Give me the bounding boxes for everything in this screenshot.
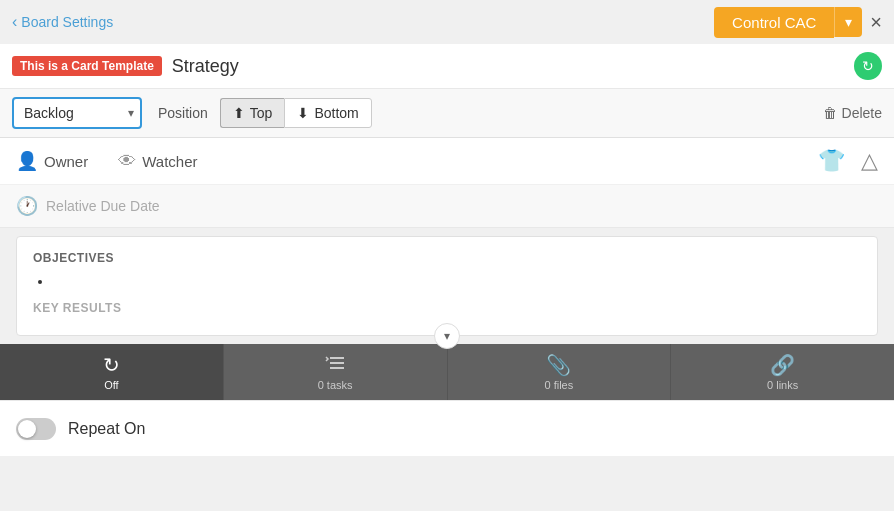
owner-icon: 👤 (16, 150, 38, 172)
bottom-icon: ⬇ (297, 105, 309, 121)
bottom-position-button[interactable]: ⬇ Bottom (284, 98, 371, 128)
repeat-bar: Repeat On (0, 400, 894, 456)
tab-recurrence[interactable]: ↻ Off (0, 344, 224, 400)
tasks-icon (324, 354, 346, 377)
status-bar: Backlog ▾ Position ⬆ Top ⬇ Bottom 🗑 Dele… (0, 89, 894, 138)
bottom-tabs: ↻ Off 0 tasks 📎 0 files 🔗 0 links (0, 344, 894, 400)
people-row: 👤 Owner 👁 Watcher 👕 △ (0, 138, 894, 185)
control-main-button[interactable]: Control CAC (714, 7, 834, 38)
expand-button[interactable]: ▾ (434, 323, 460, 349)
watcher-item[interactable]: 👁 Watcher (118, 151, 197, 172)
back-arrow-icon: ‹ (12, 13, 17, 31)
repeat-toggle[interactable] (16, 418, 56, 440)
key-results-label: KEY RESULTS (33, 301, 861, 315)
clock-icon: 🕐 (16, 195, 38, 217)
content-wrapper: OBJECTIVES KEY RESULTS ▾ (8, 236, 886, 336)
watcher-icon: 👁 (118, 151, 136, 172)
files-icon: 📎 (546, 353, 571, 377)
delete-label: Delete (842, 105, 882, 121)
tab-links-label: 0 links (767, 379, 798, 391)
repeat-label: Repeat On (68, 420, 145, 438)
dropdown-arrow-icon: ▾ (845, 14, 852, 30)
expand-icon: ▾ (444, 329, 450, 343)
due-date-placeholder: Relative Due Date (46, 198, 160, 214)
status-select[interactable]: Backlog (12, 97, 142, 129)
refresh-icon[interactable]: ↻ (854, 52, 882, 80)
back-link[interactable]: ‹ Board Settings (12, 13, 113, 31)
bottom-label: Bottom (314, 105, 358, 121)
card-title: Strategy (172, 56, 239, 77)
template-badge: This is a Card Template (12, 56, 162, 76)
due-date-row[interactable]: 🕐 Relative Due Date (0, 185, 894, 228)
objectives-label: OBJECTIVES (33, 251, 861, 265)
position-label: Position (158, 105, 208, 121)
owner-label: Owner (44, 153, 88, 170)
delete-button[interactable]: 🗑 Delete (823, 105, 882, 121)
objectives-item (53, 273, 861, 289)
top-label: Top (250, 105, 273, 121)
control-button-group: Control CAC ▾ × (714, 7, 882, 38)
watcher-label: Watcher (142, 153, 197, 170)
shirt-icon[interactable]: 👕 (818, 148, 845, 174)
links-icon: 🔗 (770, 353, 795, 377)
back-label: Board Settings (21, 14, 113, 30)
objectives-list (33, 273, 861, 289)
toggle-knob (18, 420, 36, 438)
owner-item[interactable]: 👤 Owner (16, 150, 88, 172)
top-bar: ‹ Board Settings Control CAC ▾ × (0, 0, 894, 44)
tab-recurrence-label: Off (104, 379, 118, 391)
trash-icon: 🗑 (823, 105, 837, 121)
triangle-icon[interactable]: △ (861, 148, 878, 174)
top-icon: ⬆ (233, 105, 245, 121)
tab-files-label: 0 files (545, 379, 574, 391)
tab-links[interactable]: 🔗 0 links (671, 344, 894, 400)
position-buttons: ⬆ Top ⬇ Bottom (220, 98, 372, 128)
content-area: OBJECTIVES KEY RESULTS ▾ (16, 236, 878, 336)
tab-files[interactable]: 📎 0 files (448, 344, 672, 400)
status-select-wrap: Backlog ▾ (12, 97, 142, 129)
top-position-button[interactable]: ⬆ Top (220, 98, 285, 128)
refresh-icon-symbol: ↻ (862, 58, 874, 74)
tab-tasks[interactable]: 0 tasks (224, 344, 448, 400)
card-header-left: This is a Card Template Strategy (12, 56, 239, 77)
tab-tasks-label: 0 tasks (318, 379, 353, 391)
action-icons: 👕 △ (818, 148, 878, 174)
control-dropdown-button[interactable]: ▾ (834, 7, 862, 37)
close-button[interactable]: × (870, 11, 882, 34)
card-header: This is a Card Template Strategy ↻ (0, 44, 894, 89)
recurrence-icon: ↻ (103, 353, 120, 377)
